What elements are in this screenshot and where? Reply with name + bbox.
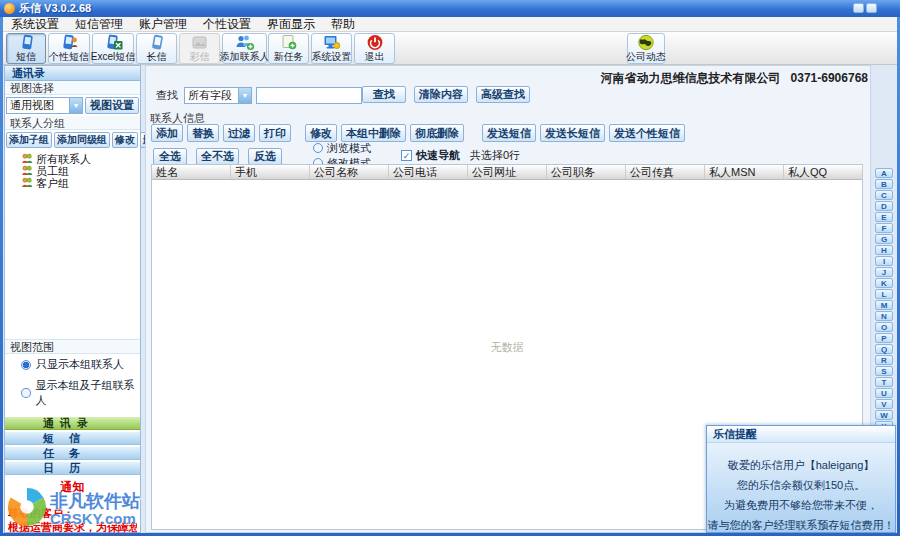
exit-icon: [366, 34, 384, 51]
watermark-site-url: CRSKY.com: [50, 511, 140, 527]
view-scope-label: 视图范围: [5, 340, 140, 354]
group-action-button[interactable]: 修改: [112, 132, 138, 148]
alphabet-button[interactable]: R: [875, 355, 893, 365]
watermark-site-name: 非凡软件站: [50, 492, 140, 511]
alphabet-button[interactable]: E: [875, 212, 893, 222]
table-column-header[interactable]: 公司传真: [626, 165, 705, 179]
contact-action-button[interactable]: 替换: [187, 124, 219, 142]
menu-item[interactable]: 界面显示: [259, 17, 323, 32]
alphabet-button[interactable]: S: [875, 366, 893, 376]
alphabet-button[interactable]: B: [875, 179, 893, 189]
mode-option-label: 浏览模式: [327, 141, 371, 156]
window-title: 乐信 V3.0.2.68: [19, 1, 91, 16]
scope-option-label: 只显示本组联系人: [36, 357, 124, 372]
table-column-header[interactable]: 公司名称: [310, 165, 389, 179]
menu-item[interactable]: 短信管理: [67, 17, 131, 32]
table-column-header[interactable]: 私人QQ: [784, 165, 863, 179]
alphabet-button[interactable]: H: [875, 245, 893, 255]
alphabet-button[interactable]: F: [875, 223, 893, 233]
system-settings-button[interactable]: 系统设置: [311, 33, 352, 64]
table-column-header[interactable]: 私人MSN: [705, 165, 784, 179]
search-field-dropdown[interactable]: 所有字段 ▼: [184, 87, 252, 104]
sidebar-nav-item[interactable]: 通讯录: [5, 416, 140, 430]
quick-nav-checkbox[interactable]: ✓ 快速导航: [401, 148, 460, 163]
group-action-button[interactable]: 添加同级组: [54, 132, 110, 148]
sidebar-nav-item[interactable]: 短 信: [5, 431, 140, 445]
tree-item[interactable]: 所有联系人: [5, 153, 140, 165]
table-column-header[interactable]: 姓名: [152, 165, 231, 179]
alphabet-button[interactable]: M: [875, 300, 893, 310]
alphabet-button[interactable]: I: [875, 256, 893, 266]
alphabet-button[interactable]: T: [875, 377, 893, 387]
menu-item[interactable]: 系统设置: [3, 17, 67, 32]
alphabet-button[interactable]: Q: [875, 344, 893, 354]
contact-action-button[interactable]: 添加: [151, 124, 183, 142]
tree-item[interactable]: 员工组: [5, 165, 140, 177]
table-column-header[interactable]: 公司网址: [468, 165, 547, 179]
empty-table-text: 无数据: [152, 340, 862, 355]
sidebar-nav-item[interactable]: 日 历: [5, 461, 140, 475]
sms-button[interactable]: 短信: [6, 33, 46, 64]
table-column-header[interactable]: 公司电话: [389, 165, 468, 179]
alphabet-button[interactable]: W: [875, 410, 893, 420]
search-input[interactable]: [256, 87, 362, 104]
selection-button[interactable]: 反选: [248, 148, 282, 165]
sidebar-nav: 通讯录短 信任 务日 历: [5, 416, 140, 475]
alphabet-button[interactable]: P: [875, 333, 893, 343]
scope-radio-option[interactable]: 只显示本组联系人: [5, 354, 140, 375]
menu-item[interactable]: 个性设置: [195, 17, 259, 32]
add-contact-button[interactable]: 添加联系人: [222, 33, 267, 64]
alphabet-button[interactable]: C: [875, 190, 893, 200]
quick-nav-label: 快速导航: [416, 148, 460, 163]
table-column-header[interactable]: 手机: [231, 165, 310, 179]
alphabet-button[interactable]: D: [875, 201, 893, 211]
send-sms-button[interactable]: 发送短信: [482, 124, 536, 142]
checkbox-icon: ✓: [401, 150, 412, 161]
contact-action-button[interactable]: 打印: [259, 124, 291, 142]
new-task-button[interactable]: 新任务: [268, 33, 309, 64]
alphabet-button[interactable]: N: [875, 311, 893, 321]
maximize-button[interactable]: [866, 3, 877, 13]
send-sms-button[interactable]: 发送个性短信: [609, 124, 685, 142]
personal-sms-icon: [60, 34, 79, 51]
new-task-icon: [279, 34, 298, 51]
alphabet-button[interactable]: L: [875, 289, 893, 299]
personal-sms-button[interactable]: 个性短信: [48, 33, 90, 64]
contact-action-button[interactable]: 过滤: [223, 124, 255, 142]
long-sms-button[interactable]: 长信: [136, 33, 177, 64]
company-news-button[interactable]: 公司动态: [627, 33, 665, 64]
sidebar-nav-item[interactable]: 任 务: [5, 446, 140, 460]
mms-icon: [190, 34, 209, 51]
mode-radio-option[interactable]: 浏览模式: [313, 141, 371, 156]
send-sms-button[interactable]: 发送长短信: [540, 124, 605, 142]
selection-button[interactable]: 全选: [153, 148, 187, 165]
selection-button[interactable]: 全不选: [196, 148, 239, 165]
table-column-header[interactable]: 公司职务: [547, 165, 626, 179]
toolbar: 短信 个性短信 Excel短信 长信 彩信 添加联系人 新任务 系统设置: [3, 32, 897, 65]
search-action-button[interactable]: 查找: [362, 86, 406, 103]
alphabet-button[interactable]: J: [875, 267, 893, 277]
menu-item[interactable]: 账户管理: [131, 17, 195, 32]
contact-edit-button[interactable]: 彻底删除: [410, 124, 464, 142]
sms-icon: [17, 34, 36, 51]
group-action-button[interactable]: 添加子组: [6, 132, 52, 148]
view-dropdown[interactable]: 通用视图 ▼: [6, 97, 83, 114]
excel-sms-button[interactable]: Excel短信: [92, 33, 134, 64]
exit-button[interactable]: 退出: [354, 33, 395, 64]
alphabet-button[interactable]: V: [875, 399, 893, 409]
title-bar: 乐信 V3.0.2.68: [0, 0, 900, 17]
view-settings-button[interactable]: 视图设置: [85, 97, 139, 114]
alphabet-button[interactable]: A: [875, 168, 893, 178]
minimize-button[interactable]: [853, 3, 864, 13]
alphabet-button[interactable]: U: [875, 388, 893, 398]
popup-message-line: 为避免费用不够给您带来不便，: [707, 495, 895, 515]
popup-message: 敬爱的乐信用户【haleigang】您的乐信余额仅剩150点。为避免费用不够给您…: [707, 443, 895, 535]
tree-item[interactable]: 客户组: [5, 177, 140, 189]
search-action-button[interactable]: 高级查找: [476, 86, 530, 103]
alphabet-button[interactable]: K: [875, 278, 893, 288]
alphabet-button[interactable]: G: [875, 234, 893, 244]
search-action-button[interactable]: 清除内容: [414, 86, 468, 103]
scope-radio-option[interactable]: 显示本组及子组联系人: [5, 375, 140, 411]
alphabet-button[interactable]: O: [875, 322, 893, 332]
menu-item[interactable]: 帮助: [323, 17, 363, 32]
